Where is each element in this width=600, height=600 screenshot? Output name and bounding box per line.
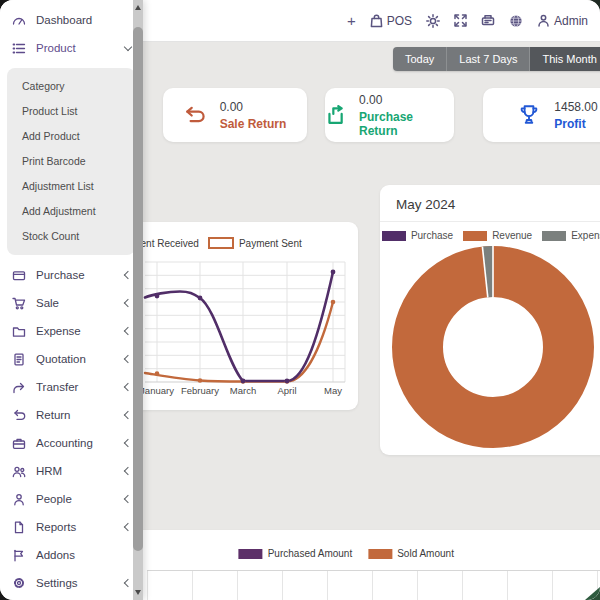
dashboard-icon — [12, 14, 26, 27]
admin-label: Admin — [554, 14, 588, 28]
report-file-icon — [12, 521, 26, 534]
legend-item-payment-sent[interactable]: Payment Sent — [208, 237, 302, 249]
sidebar-item-accounting[interactable]: Accounting — [0, 429, 143, 457]
legend-item-purchased-amount[interactable]: Purchased Amount — [239, 548, 353, 559]
sidebar-item-label: Addons — [36, 549, 75, 561]
sun-icon — [426, 14, 440, 28]
sidebar-item-reports[interactable]: Reports — [0, 513, 143, 541]
sidebar-item-quotation[interactable]: Quotation — [0, 345, 143, 373]
x-tick-april: April — [277, 385, 296, 396]
x-tick-may: May — [324, 385, 342, 396]
sidebar-item-label: Quotation — [36, 353, 86, 365]
gear-icon — [12, 576, 26, 590]
legend-label: Sold Amount — [397, 548, 454, 559]
sidebar-item-label: Settings — [36, 577, 78, 589]
user-icon — [537, 14, 550, 27]
quick-add-button[interactable]: + — [347, 12, 356, 29]
chevron-left-icon — [124, 467, 132, 475]
pos-button[interactable]: POS — [370, 14, 412, 28]
shopping-cart-icon — [12, 297, 26, 310]
person-icon — [12, 493, 26, 506]
sale-return-icon — [184, 106, 206, 125]
sidebar-item-hrm[interactable]: HRM — [0, 457, 143, 485]
sidebar-item-label: Reports — [36, 521, 76, 533]
sidebar: Dashboard Product Category Product List … — [0, 0, 143, 600]
scrollbar-thumb[interactable] — [133, 27, 143, 551]
sidebar-item-label: Return — [36, 409, 71, 421]
submenu-item-category[interactable]: Category — [7, 74, 135, 99]
chevron-left-icon — [124, 383, 132, 391]
submenu-item-print-barcode[interactable]: Print Barcode — [7, 149, 135, 174]
credit-card-icon — [12, 269, 26, 282]
filter-today-button[interactable]: Today — [393, 47, 447, 71]
payments-line-chart — [118, 222, 358, 410]
cash-register-icon — [481, 14, 495, 27]
submenu-item-add-adjustment[interactable]: Add Adjustment — [7, 199, 135, 224]
sidebar-item-label: Transfer — [36, 381, 78, 393]
sidebar-item-label: Product — [36, 42, 76, 54]
stat-value: 0.00 — [220, 100, 287, 114]
scroll-down-icon[interactable] — [135, 590, 141, 595]
donut-chart — [380, 185, 600, 455]
amounts-legend: Purchased Amount Sold Amount — [239, 548, 454, 559]
legend-item-sold-amount[interactable]: Sold Amount — [368, 548, 454, 559]
sidebar-item-settings[interactable]: Settings — [0, 569, 143, 597]
return-undo-icon — [12, 409, 26, 422]
submenu-item-adjustment-list[interactable]: Adjustment List — [7, 174, 135, 199]
globe-icon — [509, 14, 523, 28]
stat-card-profit: 1458.00 Profit — [483, 88, 600, 142]
chevron-left-icon — [124, 327, 132, 335]
sidebar-item-purchase[interactable]: Purchase — [0, 261, 143, 289]
sidebar-item-dashboard[interactable]: Dashboard — [0, 6, 143, 34]
chevron-left-icon — [124, 355, 132, 363]
cash-register-button[interactable] — [481, 14, 495, 27]
sidebar-item-label: Accounting — [36, 437, 93, 449]
sidebar-item-people[interactable]: People — [0, 485, 143, 513]
trophy-icon — [518, 104, 540, 126]
purchased-amount-swatch — [239, 549, 263, 559]
submenu-item-stock-count[interactable]: Stock Count — [7, 224, 135, 249]
scroll-up-icon[interactable] — [135, 5, 141, 10]
sidebar-item-label: Sale — [36, 297, 59, 309]
filter-thismonth-button[interactable]: This Month — [530, 47, 600, 71]
sidebar-item-transfer[interactable]: Transfer — [0, 373, 143, 401]
x-tick-february: February — [181, 385, 219, 396]
submenu-item-product-list[interactable]: Product List — [7, 99, 135, 124]
payments-chart-card: Payment Received Payment Sent — [118, 222, 358, 410]
sidebar-item-return[interactable]: Return — [0, 401, 143, 429]
theme-toggle-button[interactable] — [426, 14, 440, 28]
sidebar-item-product[interactable]: Product — [0, 34, 143, 62]
sidebar-item-label: Purchase — [36, 269, 85, 281]
sidebar-item-sale[interactable]: Sale — [0, 289, 143, 317]
folder-icon — [12, 325, 26, 338]
chevron-left-icon — [124, 271, 132, 279]
amounts-chart-grid — [147, 570, 600, 600]
briefcase-icon — [12, 437, 26, 450]
sidebar-item-expense[interactable]: Expense — [0, 317, 143, 345]
chevron-left-icon — [124, 439, 132, 447]
transfer-arrow-icon — [12, 381, 26, 394]
chevron-left-icon — [124, 411, 132, 419]
legend-label: Payment Sent — [239, 238, 302, 249]
user-menu-button[interactable]: Admin — [537, 14, 588, 28]
users-icon — [12, 465, 26, 478]
fullscreen-button[interactable] — [454, 14, 467, 27]
filter-last7days-button[interactable]: Last 7 Days — [447, 47, 530, 71]
pos-label: POS — [387, 14, 412, 28]
date-filter-group: Today Last 7 Days This Month This Year — [393, 47, 600, 71]
x-tick-january: January — [140, 385, 174, 396]
stat-value: 0.00 — [359, 93, 454, 107]
language-button[interactable] — [509, 14, 523, 28]
stat-label: Profit — [554, 117, 597, 131]
sidebar-item-addons[interactable]: Addons — [0, 541, 143, 569]
amounts-chart-card: Purchased Amount Sold Amount — [120, 530, 600, 600]
purchase-return-icon — [325, 105, 345, 125]
sidebar-scrollbar[interactable] — [133, 0, 143, 600]
submenu-item-add-product[interactable]: Add Product — [7, 124, 135, 149]
monthly-breakdown-card: May 2024 Purchase Revenue Expense — [380, 185, 600, 455]
sidebar-item-label: Expense — [36, 325, 81, 337]
flag-icon — [12, 549, 26, 562]
shopping-bag-icon — [370, 14, 383, 28]
sold-amount-swatch — [368, 549, 392, 559]
chevron-left-icon — [124, 523, 132, 531]
